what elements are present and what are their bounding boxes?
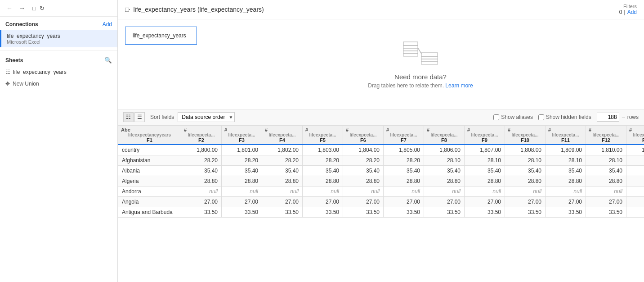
cell-f2-row5: 27.00 (181, 197, 222, 207)
cell-f4-row3: 28.80 (262, 176, 303, 186)
show-aliases-checkbox[interactable] (493, 114, 499, 120)
cell-f8-row6: 33.50 (424, 207, 465, 218)
cell-f12-row0: 1,810.00 (586, 145, 626, 155)
filters-count: 0 (619, 9, 622, 15)
col-header-f10[interactable]: # lifeexpecta... F10 (505, 126, 546, 145)
data-grid-container[interactable]: Abc lifeexpectancyyears F1 # lifeexpecta… (118, 125, 644, 282)
col-header-f9[interactable]: # lifeexpecta... F9 (465, 126, 505, 145)
col-header-f4[interactable]: # lifeexpecta... F4 (262, 126, 303, 145)
cell-f10-row4: null (505, 186, 546, 197)
cell-f7-row2: 35.40 (384, 166, 424, 176)
col-header-f1[interactable]: Abc lifeexpectancyyears F1 (118, 126, 181, 145)
col-name-f6: F6 (346, 137, 380, 143)
rows-arrow-button[interactable]: → (621, 115, 626, 120)
cell-f6-row1: 28.20 (343, 155, 384, 166)
cell-f4-row0: 1,802.00 (262, 145, 303, 155)
view-toggle: ☷ ☰ (123, 112, 145, 122)
cell-f11-row5: 27.00 (546, 197, 586, 207)
connections-header: Connections Add (0, 17, 117, 30)
svg-rect-9 (421, 62, 438, 64)
col-header-f7[interactable]: # lifeexpecta... F7 (384, 126, 424, 145)
cell-f2-row4: null (181, 186, 222, 197)
table-row: Andorra null null null null null null nu… (118, 186, 644, 197)
back-button[interactable]: ← (4, 4, 14, 13)
col-type-hash-f5: # (305, 127, 308, 132)
cell-f13-row1: 28.10 (626, 155, 644, 166)
sort-select[interactable]: Data source order (178, 112, 235, 122)
save-icon[interactable]: □ (31, 4, 37, 13)
sort-fields-label: Sort fields (150, 114, 174, 120)
filters-row: 0 | Add (619, 9, 637, 15)
col-source-f13: lifeexpecta... (629, 132, 644, 137)
col-header-f12[interactable]: # lifeexpecta... F12 (586, 126, 626, 145)
cell-f3-row0: 1,801.00 (222, 145, 262, 155)
cell-f5-row5: 27.00 (303, 197, 343, 207)
col-name-f12: F12 (589, 137, 623, 143)
col-source-f9: lifeexpecta... (467, 132, 502, 137)
show-hidden-checkbox[interactable] (538, 114, 544, 120)
svg-rect-6 (421, 53, 438, 56)
cell-f4-row4: null (262, 186, 303, 197)
grid-view-button[interactable]: ☷ (123, 112, 134, 122)
forward-button[interactable]: → (17, 4, 27, 13)
col-type-hash-f7: # (386, 127, 389, 132)
cell-f11-row3: 28.80 (546, 176, 586, 186)
rows-input[interactable]: 188 (597, 113, 619, 122)
col-header-f11[interactable]: # lifeexpecta... F11 (546, 126, 586, 145)
table-card[interactable]: life_expectancy_years (125, 27, 197, 45)
cell-f4-row1: 28.20 (262, 155, 303, 166)
connection-item[interactable]: life_expectancy_years Microsoft Excel (0, 30, 117, 47)
add-connection-link[interactable]: Add (103, 21, 112, 27)
sheets-title: Sheets (5, 57, 23, 64)
cell-f11-row6: 33.50 (546, 207, 586, 218)
cell-f10-row0: 1,808.00 (505, 145, 546, 155)
cell-f12-row4: null (586, 186, 626, 197)
col-header-f5[interactable]: # lifeexpecta... F5 (303, 126, 343, 145)
col-type-hash-f3: # (224, 127, 227, 132)
drag-hint: Drag tables here to relate them. Learn m… (368, 82, 473, 89)
cell-f8-row1: 28.10 (424, 155, 465, 166)
cell-f10-row5: 27.00 (505, 197, 546, 207)
col-type-hash-f10: # (508, 127, 510, 132)
table-row: Algeria 28.80 28.80 28.80 28.80 28.80 28… (118, 176, 644, 186)
cell-f8-row4: null (424, 186, 465, 197)
grid-toolbar: ☷ ☰ Sort fields Data source order ▼ Show… (118, 109, 644, 125)
cell-f13-row4: null (626, 186, 644, 197)
cell-f3-row1: 28.20 (222, 155, 262, 166)
sheet-item[interactable]: ☷ life_expectancy_years (0, 66, 117, 78)
col-type-hash-f8: # (427, 127, 429, 132)
col-header-f6[interactable]: # lifeexpecta... F6 (343, 126, 384, 145)
list-view-button[interactable]: ☰ (134, 112, 145, 122)
datasource-icon: □⋅ (125, 6, 130, 13)
col-header-f8[interactable]: # lifeexpecta... F8 (424, 126, 465, 145)
show-aliases-label[interactable]: Show aliases (493, 114, 533, 120)
col-source-f6: lifeexpecta... (346, 132, 380, 137)
search-sheets-button[interactable]: 🔍 (104, 57, 112, 64)
cell-f7-row0: 1,805.00 (384, 145, 424, 155)
cell-f9-row2: 35.40 (465, 166, 505, 176)
col-type-hash-f2: # (184, 127, 187, 132)
show-hidden-label[interactable]: Show hidden fields (538, 114, 591, 120)
filters-add-link[interactable]: Add (627, 9, 637, 15)
cell-f2-row3: 28.80 (181, 176, 222, 186)
cell-f6-row3: 28.80 (343, 176, 384, 186)
col-source-f1: lifeexpectancyyears (121, 132, 178, 137)
col-source-f12: lifeexpecta... (589, 132, 623, 137)
col-header-f2[interactable]: # lifeexpecta... F2 (181, 126, 222, 145)
learn-more-link[interactable]: Learn more (445, 82, 473, 89)
col-type-hash-f13: # (629, 127, 632, 132)
new-union-item[interactable]: ✥ New Union (0, 78, 117, 90)
svg-rect-7 (421, 56, 438, 59)
cell-f13-row5: 27.00 (626, 197, 644, 207)
col-header-f13[interactable]: # lifeexpecta... F13 (626, 126, 644, 145)
filters-section: Filters 0 | Add (619, 4, 637, 15)
drag-hint-text: Drag tables here to relate them. (368, 82, 444, 89)
svg-rect-2 (403, 48, 418, 51)
cell-f5-row0: 1,803.00 (303, 145, 343, 155)
col-header-f3[interactable]: # lifeexpecta... F3 (222, 126, 262, 145)
refresh-icon[interactable]: ↻ (39, 4, 45, 13)
col-name-f8: F8 (427, 137, 461, 143)
cell-country-row2: Albania (118, 166, 181, 176)
cell-f9-row4: null (465, 186, 505, 197)
cell-f7-row3: 28.80 (384, 176, 424, 186)
